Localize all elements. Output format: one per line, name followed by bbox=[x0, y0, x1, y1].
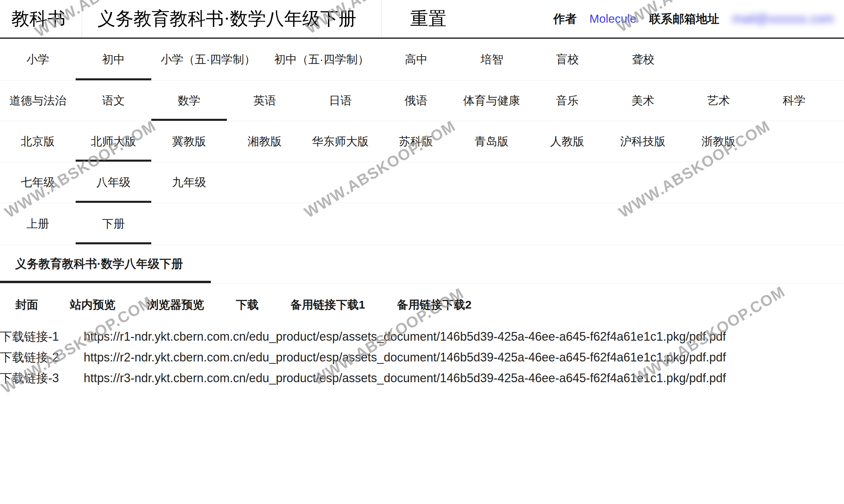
brand-title: 教科书 bbox=[0, 7, 82, 31]
subject-tab-3[interactable]: 数学 bbox=[151, 80, 227, 121]
action-alt-download-1[interactable]: 备用链接下载1 bbox=[290, 297, 365, 312]
action-alt-download-2[interactable]: 备用链接下载2 bbox=[397, 297, 471, 312]
stage-tab-3[interactable]: 小学（五·四学制） bbox=[151, 39, 265, 80]
download-label-3: 下载链接-3 bbox=[0, 370, 84, 386]
volume-tab-2[interactable]: 下册 bbox=[76, 203, 151, 244]
publisher-tab-2[interactable]: 北师大版 bbox=[76, 121, 151, 162]
grade-tab-3[interactable]: 九年级 bbox=[151, 162, 227, 203]
volume-tab-1[interactable]: 上册 bbox=[0, 203, 76, 244]
stage-tab-4[interactable]: 初中（五·四学制） bbox=[265, 39, 378, 80]
download-row-3: 下载链接-3https://r3-ndr.ykt.cbern.com.cn/ed… bbox=[0, 368, 844, 389]
download-row-2: 下载链接-2https://r2-ndr.ykt.cbern.com.cn/ed… bbox=[0, 347, 844, 368]
subject-tab-5[interactable]: 日语 bbox=[303, 80, 378, 121]
tab-row-stage: 小学初中小学（五·四学制）初中（五·四学制）高中培智盲校聋校 bbox=[0, 39, 844, 80]
author-link[interactable]: Molecule bbox=[589, 12, 636, 25]
stage-tab-1[interactable]: 小学 bbox=[0, 39, 76, 80]
stage-tab-5[interactable]: 高中 bbox=[378, 39, 454, 80]
page-title: 义务教育教科书·数学八年级下册 bbox=[82, 7, 381, 31]
subject-tab-8[interactable]: 音乐 bbox=[529, 80, 605, 121]
page: 教科书 义务教育教科书·数学八年级下册 重置 作者 Molecule 联系邮箱地… bbox=[0, 0, 844, 504]
email-redacted[interactable]: mail@xxxxxx.com bbox=[732, 12, 834, 26]
download-url-3[interactable]: https://r3-ndr.ykt.cbern.com.cn/edu_prod… bbox=[84, 371, 726, 385]
action-download[interactable]: 下载 bbox=[236, 297, 259, 312]
subject-tab-6[interactable]: 俄语 bbox=[378, 80, 454, 121]
subject-tab-7[interactable]: 体育与健康 bbox=[454, 80, 529, 121]
tab-row-subject: 道德与法治语文数学英语日语俄语体育与健康音乐美术艺术科学 bbox=[0, 80, 844, 121]
tab-row-grade: 七年级八年级九年级 bbox=[0, 162, 844, 203]
download-links: 下载链接-1https://r1-ndr.ykt.cbern.com.cn/ed… bbox=[0, 326, 844, 389]
download-url-1[interactable]: https://r1-ndr.ykt.cbern.com.cn/edu_prod… bbox=[84, 330, 726, 344]
author-group: 作者 Molecule 联系邮箱地址 mail@xxxxxx.com bbox=[553, 11, 844, 27]
grade-tab-2[interactable]: 八年级 bbox=[76, 162, 151, 203]
subject-tab-10[interactable]: 艺术 bbox=[681, 80, 756, 121]
action-bar: 封面站内预览浏览器预览下载备用链接下载1备用链接下载2 bbox=[0, 284, 844, 326]
tab-row-volume: 上册下册 bbox=[0, 203, 844, 245]
download-label-2: 下载链接-2 bbox=[0, 349, 84, 366]
tab-row-book: 义务教育教科书·数学八年级下册 bbox=[0, 245, 844, 284]
stage-tab-6[interactable]: 培智 bbox=[454, 39, 530, 80]
download-url-2[interactable]: https://r2-ndr.ykt.cbern.com.cn/edu_prod… bbox=[84, 350, 726, 364]
stage-tab-7[interactable]: 盲校 bbox=[530, 39, 605, 80]
grade-tab-1[interactable]: 七年级 bbox=[0, 162, 76, 203]
reset-button[interactable]: 重置 bbox=[410, 7, 446, 31]
contact-label: 联系邮箱地址 bbox=[649, 11, 719, 27]
subject-tab-2[interactable]: 语文 bbox=[76, 80, 151, 121]
book-tab-1[interactable]: 义务教育教科书·数学八年级下册 bbox=[0, 245, 211, 283]
download-row-1: 下载链接-1https://r1-ndr.ykt.cbern.com.cn/ed… bbox=[0, 326, 844, 347]
publisher-tab-1[interactable]: 北京版 bbox=[0, 121, 76, 162]
stage-tab-2[interactable]: 初中 bbox=[76, 39, 151, 80]
action-cover[interactable]: 封面 bbox=[15, 297, 38, 312]
header: 教科书 义务教育教科书·数学八年级下册 重置 作者 Molecule 联系邮箱地… bbox=[0, 0, 844, 39]
subject-tab-1[interactable]: 道德与法治 bbox=[0, 80, 76, 121]
publisher-tab-3[interactable]: 冀教版 bbox=[151, 121, 227, 162]
publisher-tab-6[interactable]: 苏科版 bbox=[378, 121, 454, 162]
publisher-tab-7[interactable]: 青岛版 bbox=[454, 121, 529, 162]
tab-row-publisher: 北京版北师大版冀教版湘教版华东师大版苏科版青岛版人教版沪科技版浙教版 bbox=[0, 121, 844, 162]
publisher-tab-9[interactable]: 沪科技版 bbox=[605, 121, 681, 162]
download-label-1: 下载链接-1 bbox=[0, 329, 84, 345]
subject-tab-11[interactable]: 科学 bbox=[756, 80, 832, 121]
publisher-tab-4[interactable]: 湘教版 bbox=[227, 121, 303, 162]
publisher-tab-5[interactable]: 华东师大版 bbox=[303, 121, 378, 162]
header-divider-right bbox=[381, 0, 381, 37]
subject-tab-4[interactable]: 英语 bbox=[227, 80, 303, 121]
publisher-tab-10[interactable]: 浙教版 bbox=[681, 121, 756, 162]
subject-tab-9[interactable]: 美术 bbox=[605, 80, 681, 121]
stage-tab-8[interactable]: 聋校 bbox=[605, 39, 681, 80]
publisher-tab-8[interactable]: 人教版 bbox=[529, 121, 605, 162]
action-browser-preview[interactable]: 浏览器预览 bbox=[147, 297, 204, 312]
action-site-preview[interactable]: 站内预览 bbox=[70, 297, 115, 312]
tab-rows: 小学初中小学（五·四学制）初中（五·四学制）高中培智盲校聋校道德与法治语文数学英… bbox=[0, 39, 844, 284]
author-label: 作者 bbox=[553, 11, 577, 27]
